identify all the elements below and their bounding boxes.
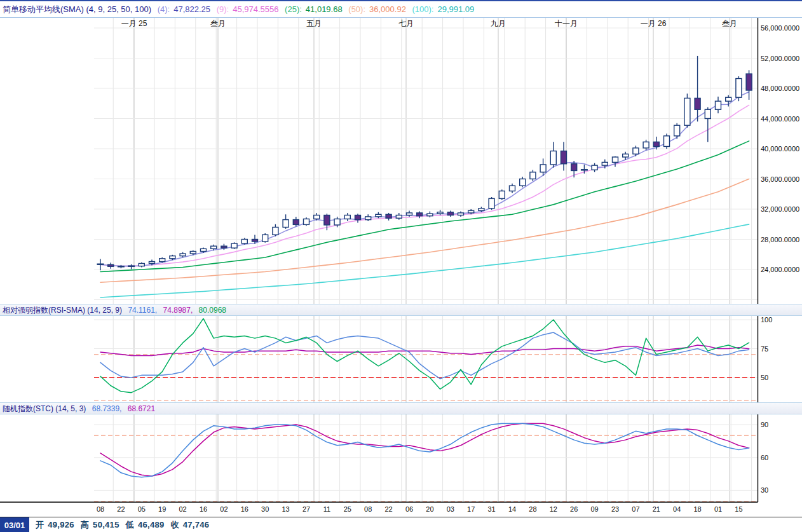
candle-up — [396, 215, 402, 219]
candle-up — [705, 109, 710, 118]
sma9-label: (9): — [217, 4, 229, 14]
sma4-value: 47,822.25 — [173, 4, 210, 14]
rsi-axis-label: 100 — [761, 316, 772, 324]
month-label: 十一月 — [555, 19, 578, 28]
close-value: 47,746 — [183, 520, 210, 529]
x-axis-label: 05 — [138, 505, 146, 513]
month-label: 叁月 — [722, 19, 737, 28]
sma-legend-title: 简单移动平均线(SMA) (4, 9, 25, 50, 100) — [3, 4, 151, 14]
x-axis-label: 15 — [735, 505, 742, 513]
candle-up — [262, 235, 268, 242]
x-axis-label: 16 — [200, 505, 207, 513]
price-axis-label: 52,000.0000 — [761, 55, 799, 62]
month-label: 叁月 — [210, 19, 226, 28]
candle-up — [592, 165, 597, 170]
high-label: 高 — [81, 520, 89, 529]
x-axis-label: 02 — [179, 505, 186, 513]
candle-down — [447, 212, 453, 215]
candle-up — [160, 259, 165, 262]
trading-chart-window: 简单移动平均线(SMA) (4, 9, 25, 50, 100) (4):47,… — [0, 0, 802, 532]
x-axis-label: 31 — [487, 505, 495, 513]
candle-up — [365, 217, 371, 220]
x-axis-label: 28 — [529, 505, 536, 513]
sma25-value: 41,019.68 — [306, 4, 343, 14]
sma9-line — [100, 105, 749, 266]
x-axis-label: 26 — [570, 505, 578, 513]
sma-legend-strip: 简单移动平均线(SMA) (4, 9, 25, 50, 100) (4):47,… — [0, 0, 802, 18]
candle-up — [540, 165, 546, 172]
stc-axis-label: 30 — [761, 486, 768, 494]
candle-down — [355, 215, 361, 220]
candle-up — [344, 215, 350, 219]
sma4-label: (4): — [158, 4, 170, 14]
x-axis-label: 03 — [447, 505, 454, 513]
rsi-header-strip: 相对强弱指数(RSI-SMA) (14, 25, 9) 74.1161, 74.… — [0, 304, 802, 316]
candle-down — [561, 151, 567, 164]
ohlc-readout: 开49,926 高50,415 低46,489 收47,746 — [36, 519, 213, 531]
candle-down — [108, 264, 114, 266]
candle-up — [726, 97, 731, 101]
month-label: 七月 — [398, 19, 414, 28]
sma25-line — [100, 141, 749, 272]
x-axis-label: 04 — [673, 505, 681, 513]
x-axis-label: 21 — [653, 505, 660, 513]
x-axis-label: 25 — [344, 505, 351, 513]
x-axis-label: 08 — [97, 505, 104, 513]
rsi-axis-label: 75 — [761, 345, 768, 353]
candle-up — [149, 262, 155, 264]
x-axis-label: 27 — [302, 505, 310, 513]
candle-up — [170, 256, 175, 259]
candle-down — [386, 214, 391, 218]
stc-axis-label: 60 — [761, 454, 768, 461]
x-axis-label: 12 — [550, 505, 557, 513]
x-axis-label: 17 — [467, 505, 475, 513]
rsi14-value: 74.1161, — [128, 306, 157, 315]
price-axis-label: 56,000.0000 — [761, 24, 799, 32]
x-axis-label: 18 — [693, 505, 701, 513]
stc-k-value: 68.7339, — [92, 404, 122, 413]
x-axis-label: 20 — [426, 505, 433, 513]
open-label: 开 — [36, 520, 44, 529]
candle-down — [746, 74, 752, 90]
candle-up — [643, 142, 649, 148]
candle-down — [653, 142, 659, 146]
month-label: 九月 — [491, 19, 506, 28]
selected-date-badge: 03/01 — [0, 517, 29, 532]
candle-up — [499, 191, 505, 199]
candle-up — [407, 213, 412, 215]
stc-k-line — [100, 423, 749, 477]
x-axis-label: 01 — [714, 505, 722, 513]
rsi-title: 相对强弱指数(RSI-SMA) (14, 25, 9) — [3, 306, 122, 315]
candle-up — [550, 151, 556, 165]
sma50-value: 36,000.92 — [369, 4, 406, 14]
candle-up — [520, 179, 526, 186]
x-axis-label: 22 — [117, 505, 125, 513]
sma25-label: (25): — [285, 4, 302, 14]
candle-up — [437, 212, 443, 214]
price-axis-label: 40,000.0000 — [761, 145, 799, 153]
price-axis-label: 32,000.0000 — [761, 205, 799, 213]
rsi25-value: 74.8987, — [163, 306, 193, 315]
price-axis-label: 36,000.0000 — [761, 175, 799, 183]
candle-up — [489, 198, 494, 208]
close-label: 收 — [170, 520, 179, 529]
candle-up — [273, 228, 278, 235]
candle-doji — [581, 169, 588, 171]
candle-up — [314, 215, 320, 219]
candle-up — [602, 162, 608, 165]
open-value: 49,926 — [48, 520, 74, 529]
x-axis-label: 19 — [158, 505, 166, 513]
candle-up — [684, 98, 690, 125]
stc-title: 随机指数(STC) (14, 5, 3) — [3, 404, 86, 413]
candle-up — [304, 219, 309, 224]
candle-up — [201, 249, 207, 251]
x-axis-label: 02 — [220, 505, 228, 513]
status-bar: 03/01 开49,926 高50,415 低46,489 收47,746 — [0, 517, 802, 532]
candle-up — [664, 136, 670, 147]
rsi-axis-label: 50 — [761, 374, 768, 381]
candle-up — [427, 214, 433, 216]
chart-canvas[interactable]: 一月 25叁月五月七月九月十一月一月 26叁月56,000.000052,000… — [0, 18, 802, 516]
candle-up — [736, 79, 742, 98]
candle-down — [293, 220, 299, 225]
stc-header-strip: 随机指数(STC) (14, 5, 3) 68.7339, 68.6721 — [0, 402, 802, 414]
